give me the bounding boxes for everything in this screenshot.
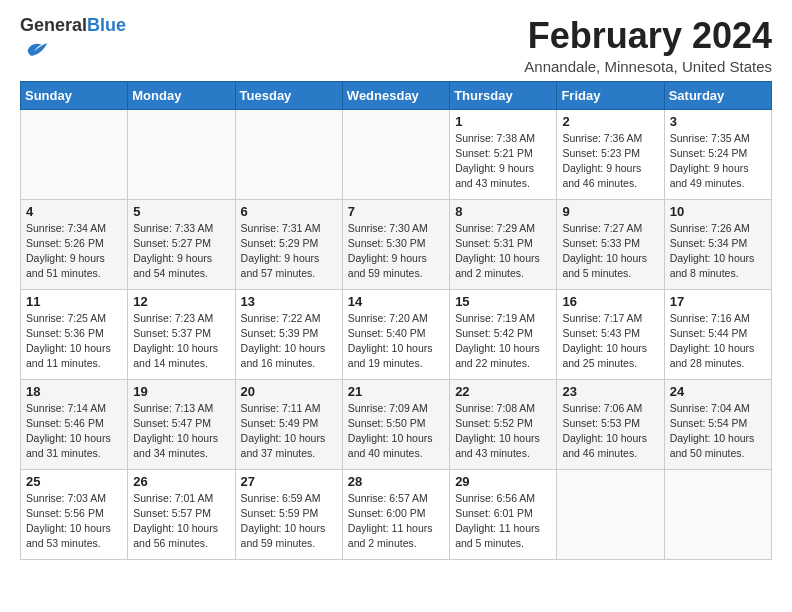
day-number: 4 — [26, 204, 122, 219]
day-info: Sunrise: 7:16 AM Sunset: 5:44 PM Dayligh… — [670, 311, 766, 372]
calendar-cell — [342, 109, 449, 199]
day-number: 26 — [133, 474, 229, 489]
day-number: 24 — [670, 384, 766, 399]
calendar-cell: 3Sunrise: 7:35 AM Sunset: 5:24 PM Daylig… — [664, 109, 771, 199]
day-number: 1 — [455, 114, 551, 129]
day-info: Sunrise: 6:59 AM Sunset: 5:59 PM Dayligh… — [241, 491, 337, 552]
calendar-week-1: 1Sunrise: 7:38 AM Sunset: 5:21 PM Daylig… — [21, 109, 772, 199]
day-number: 22 — [455, 384, 551, 399]
day-info: Sunrise: 7:08 AM Sunset: 5:52 PM Dayligh… — [455, 401, 551, 462]
day-info: Sunrise: 7:35 AM Sunset: 5:24 PM Dayligh… — [670, 131, 766, 192]
day-info: Sunrise: 7:13 AM Sunset: 5:47 PM Dayligh… — [133, 401, 229, 462]
day-number: 28 — [348, 474, 444, 489]
calendar-cell: 4Sunrise: 7:34 AM Sunset: 5:26 PM Daylig… — [21, 199, 128, 289]
day-number: 10 — [670, 204, 766, 219]
day-info: Sunrise: 7:04 AM Sunset: 5:54 PM Dayligh… — [670, 401, 766, 462]
location-text: Annandale, Minnesota, United States — [524, 58, 772, 75]
calendar-cell — [21, 109, 128, 199]
day-info: Sunrise: 7:33 AM Sunset: 5:27 PM Dayligh… — [133, 221, 229, 282]
calendar-cell: 9Sunrise: 7:27 AM Sunset: 5:33 PM Daylig… — [557, 199, 664, 289]
calendar-cell: 7Sunrise: 7:30 AM Sunset: 5:30 PM Daylig… — [342, 199, 449, 289]
day-number: 12 — [133, 294, 229, 309]
day-number: 21 — [348, 384, 444, 399]
weekday-header-monday: Monday — [128, 81, 235, 109]
calendar-cell: 5Sunrise: 7:33 AM Sunset: 5:27 PM Daylig… — [128, 199, 235, 289]
calendar-table: SundayMondayTuesdayWednesdayThursdayFrid… — [20, 81, 772, 560]
day-info: Sunrise: 7:27 AM Sunset: 5:33 PM Dayligh… — [562, 221, 658, 282]
calendar-cell — [235, 109, 342, 199]
day-number: 14 — [348, 294, 444, 309]
calendar-cell: 23Sunrise: 7:06 AM Sunset: 5:53 PM Dayli… — [557, 379, 664, 469]
day-number: 5 — [133, 204, 229, 219]
calendar-cell: 15Sunrise: 7:19 AM Sunset: 5:42 PM Dayli… — [450, 289, 557, 379]
calendar-week-2: 4Sunrise: 7:34 AM Sunset: 5:26 PM Daylig… — [21, 199, 772, 289]
weekday-header-saturday: Saturday — [664, 81, 771, 109]
calendar-cell: 18Sunrise: 7:14 AM Sunset: 5:46 PM Dayli… — [21, 379, 128, 469]
day-number: 7 — [348, 204, 444, 219]
title-block: February 2024 Annandale, Minnesota, Unit… — [524, 16, 772, 75]
calendar-cell: 12Sunrise: 7:23 AM Sunset: 5:37 PM Dayli… — [128, 289, 235, 379]
day-info: Sunrise: 7:22 AM Sunset: 5:39 PM Dayligh… — [241, 311, 337, 372]
month-title: February 2024 — [524, 16, 772, 56]
day-number: 13 — [241, 294, 337, 309]
day-number: 9 — [562, 204, 658, 219]
day-info: Sunrise: 7:06 AM Sunset: 5:53 PM Dayligh… — [562, 401, 658, 462]
calendar-cell — [557, 469, 664, 559]
calendar-cell: 13Sunrise: 7:22 AM Sunset: 5:39 PM Dayli… — [235, 289, 342, 379]
calendar-cell — [664, 469, 771, 559]
calendar-cell: 29Sunrise: 6:56 AM Sunset: 6:01 PM Dayli… — [450, 469, 557, 559]
day-number: 8 — [455, 204, 551, 219]
weekday-header-tuesday: Tuesday — [235, 81, 342, 109]
calendar-cell: 20Sunrise: 7:11 AM Sunset: 5:49 PM Dayli… — [235, 379, 342, 469]
logo-blue-text: Blue — [87, 15, 126, 35]
day-number: 6 — [241, 204, 337, 219]
day-number: 16 — [562, 294, 658, 309]
day-info: Sunrise: 7:19 AM Sunset: 5:42 PM Dayligh… — [455, 311, 551, 372]
day-number: 15 — [455, 294, 551, 309]
day-info: Sunrise: 7:01 AM Sunset: 5:57 PM Dayligh… — [133, 491, 229, 552]
day-number: 18 — [26, 384, 122, 399]
calendar-week-5: 25Sunrise: 7:03 AM Sunset: 5:56 PM Dayli… — [21, 469, 772, 559]
day-number: 17 — [670, 294, 766, 309]
calendar-cell: 24Sunrise: 7:04 AM Sunset: 5:54 PM Dayli… — [664, 379, 771, 469]
day-info: Sunrise: 7:23 AM Sunset: 5:37 PM Dayligh… — [133, 311, 229, 372]
calendar-cell: 11Sunrise: 7:25 AM Sunset: 5:36 PM Dayli… — [21, 289, 128, 379]
day-info: Sunrise: 7:09 AM Sunset: 5:50 PM Dayligh… — [348, 401, 444, 462]
page-header: GeneralBlue February 2024 Annandale, Min… — [20, 16, 772, 75]
day-info: Sunrise: 7:38 AM Sunset: 5:21 PM Dayligh… — [455, 131, 551, 192]
day-info: Sunrise: 7:26 AM Sunset: 5:34 PM Dayligh… — [670, 221, 766, 282]
day-info: Sunrise: 7:11 AM Sunset: 5:49 PM Dayligh… — [241, 401, 337, 462]
calendar-week-4: 18Sunrise: 7:14 AM Sunset: 5:46 PM Dayli… — [21, 379, 772, 469]
calendar-cell: 1Sunrise: 7:38 AM Sunset: 5:21 PM Daylig… — [450, 109, 557, 199]
day-number: 23 — [562, 384, 658, 399]
calendar-cell: 8Sunrise: 7:29 AM Sunset: 5:31 PM Daylig… — [450, 199, 557, 289]
day-info: Sunrise: 7:36 AM Sunset: 5:23 PM Dayligh… — [562, 131, 658, 192]
calendar-cell: 21Sunrise: 7:09 AM Sunset: 5:50 PM Dayli… — [342, 379, 449, 469]
weekday-header-thursday: Thursday — [450, 81, 557, 109]
logo-bird-icon — [22, 36, 50, 64]
day-info: Sunrise: 7:30 AM Sunset: 5:30 PM Dayligh… — [348, 221, 444, 282]
day-number: 25 — [26, 474, 122, 489]
calendar-cell: 27Sunrise: 6:59 AM Sunset: 5:59 PM Dayli… — [235, 469, 342, 559]
day-number: 2 — [562, 114, 658, 129]
weekday-header-wednesday: Wednesday — [342, 81, 449, 109]
calendar-week-3: 11Sunrise: 7:25 AM Sunset: 5:36 PM Dayli… — [21, 289, 772, 379]
calendar-cell: 25Sunrise: 7:03 AM Sunset: 5:56 PM Dayli… — [21, 469, 128, 559]
day-number: 27 — [241, 474, 337, 489]
calendar-cell: 16Sunrise: 7:17 AM Sunset: 5:43 PM Dayli… — [557, 289, 664, 379]
logo: GeneralBlue — [20, 16, 126, 68]
day-info: Sunrise: 7:17 AM Sunset: 5:43 PM Dayligh… — [562, 311, 658, 372]
day-info: Sunrise: 6:57 AM Sunset: 6:00 PM Dayligh… — [348, 491, 444, 552]
day-number: 29 — [455, 474, 551, 489]
calendar-cell: 2Sunrise: 7:36 AM Sunset: 5:23 PM Daylig… — [557, 109, 664, 199]
day-info: Sunrise: 7:34 AM Sunset: 5:26 PM Dayligh… — [26, 221, 122, 282]
weekday-header-friday: Friday — [557, 81, 664, 109]
calendar-cell: 10Sunrise: 7:26 AM Sunset: 5:34 PM Dayli… — [664, 199, 771, 289]
calendar-cell: 17Sunrise: 7:16 AM Sunset: 5:44 PM Dayli… — [664, 289, 771, 379]
day-info: Sunrise: 7:03 AM Sunset: 5:56 PM Dayligh… — [26, 491, 122, 552]
day-info: Sunrise: 7:29 AM Sunset: 5:31 PM Dayligh… — [455, 221, 551, 282]
calendar-cell: 28Sunrise: 6:57 AM Sunset: 6:00 PM Dayli… — [342, 469, 449, 559]
day-info: Sunrise: 7:31 AM Sunset: 5:29 PM Dayligh… — [241, 221, 337, 282]
day-info: Sunrise: 7:14 AM Sunset: 5:46 PM Dayligh… — [26, 401, 122, 462]
calendar-cell: 26Sunrise: 7:01 AM Sunset: 5:57 PM Dayli… — [128, 469, 235, 559]
